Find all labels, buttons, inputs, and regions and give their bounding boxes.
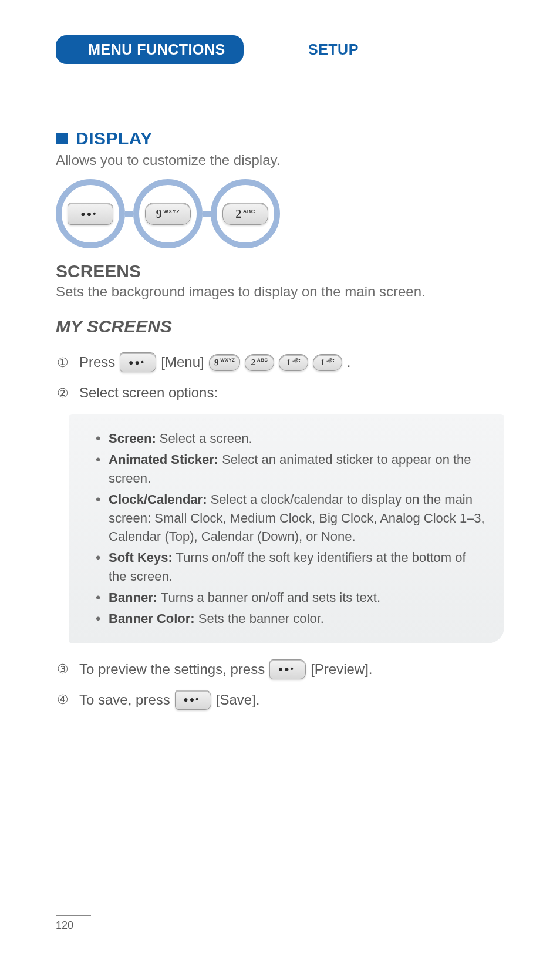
option-label: Banner Color:	[109, 611, 195, 626]
option-text: Sets the banner color.	[198, 611, 324, 626]
step-2-text: Select screen options:	[79, 382, 218, 403]
step-4-suffix: [Save].	[216, 689, 260, 710]
key-9-icon: 9WXYZ	[145, 203, 191, 225]
option-label: Clock/Calendar:	[109, 492, 207, 507]
step-3-suffix: [Preview].	[311, 659, 372, 680]
list-item: Soft Keys: Turns on/off the soft key ide…	[96, 548, 487, 586]
step-num-2: ②	[56, 383, 70, 403]
step-4: ④ To save, press . [Save].	[56, 689, 504, 710]
display-keypath: . 9WXYZ 2ABC	[56, 179, 504, 248]
list-item: Banner Color: Sets the banner color.	[96, 609, 487, 628]
step-3: ③ To preview the settings, press . [Prev…	[56, 659, 504, 680]
step-4-line: To save, press . [Save].	[79, 689, 259, 710]
page-header: MENU FUNCTIONS SETUP	[56, 35, 504, 64]
key-9-icon: 9WXYZ	[208, 354, 241, 371]
list-item: Animated Sticker: Select an animated sti…	[96, 450, 487, 488]
left-softkey-icon: .	[175, 690, 211, 710]
option-label: Soft Keys:	[109, 550, 173, 565]
list-item: Screen: Select a screen.	[96, 429, 487, 448]
list-item: Clock/Calendar: Select a clock/calendar …	[96, 490, 487, 547]
options-list: Screen: Select a screen. Animated Sticke…	[96, 429, 487, 628]
display-section-heading: DISPLAY	[56, 129, 504, 149]
step-3-prefix: To preview the settings, press	[79, 659, 265, 680]
header-tab: MENU FUNCTIONS	[56, 35, 244, 64]
menu-softkey-icon: .	[68, 203, 113, 225]
step-3-line: To preview the settings, press . [Previe…	[79, 659, 373, 680]
menu-softkey-icon: .	[120, 352, 156, 372]
key-2-icon: 2ABC	[222, 203, 268, 225]
step-num-3: ③	[56, 659, 70, 679]
option-text: Turns a banner on/off and sets its text.	[161, 590, 380, 605]
step-num-1: ①	[56, 353, 70, 372]
key-1-icon: 1.@:	[312, 354, 343, 371]
step-1-suffix: .	[347, 352, 351, 373]
key-2-icon: 2ABC	[244, 354, 275, 371]
step-1-prefix: Press	[79, 352, 115, 373]
keypath-connector-icon	[125, 211, 133, 217]
display-desc: Allows you to customize the display.	[56, 152, 504, 169]
step-1-line: Press . [Menu] 9WXYZ 2ABC 1.@: 1.@: .	[79, 352, 351, 373]
page-number: 120	[56, 915, 91, 932]
options-box: Screen: Select a screen. Animated Sticke…	[69, 414, 504, 643]
keypath-ring-1: .	[56, 179, 125, 248]
my-screens-title: MY SCREENS	[56, 316, 504, 336]
square-bullet-icon	[56, 133, 68, 144]
keypath-ring-3: 2ABC	[211, 179, 280, 248]
keypath-ring-2: 9WXYZ	[133, 179, 203, 248]
keypath-connector-icon	[203, 211, 211, 217]
step-4-prefix: To save, press	[79, 689, 170, 710]
header-tab-label: MENU FUNCTIONS	[88, 41, 225, 58]
step-2: ② Select screen options:	[56, 382, 504, 403]
step-num-4: ④	[56, 690, 70, 709]
display-title: DISPLAY	[76, 129, 153, 149]
right-softkey-icon: .	[269, 659, 306, 679]
list-item: Banner: Turns a banner on/off and sets i…	[96, 588, 487, 607]
screens-title: SCREENS	[56, 261, 504, 281]
option-label: Banner:	[109, 590, 157, 605]
option-label: Screen:	[109, 431, 156, 446]
option-label: Animated Sticker:	[109, 452, 218, 467]
header-right-label: SETUP	[308, 41, 359, 58]
option-text: Select a screen.	[160, 431, 252, 446]
step-1-menu: [Menu]	[161, 352, 204, 373]
step-1: ① Press . [Menu] 9WXYZ 2ABC 1.@: 1.@: .	[56, 352, 504, 373]
key-1-icon: 1.@:	[278, 354, 309, 371]
screens-desc: Sets the background images to display on…	[56, 284, 504, 300]
